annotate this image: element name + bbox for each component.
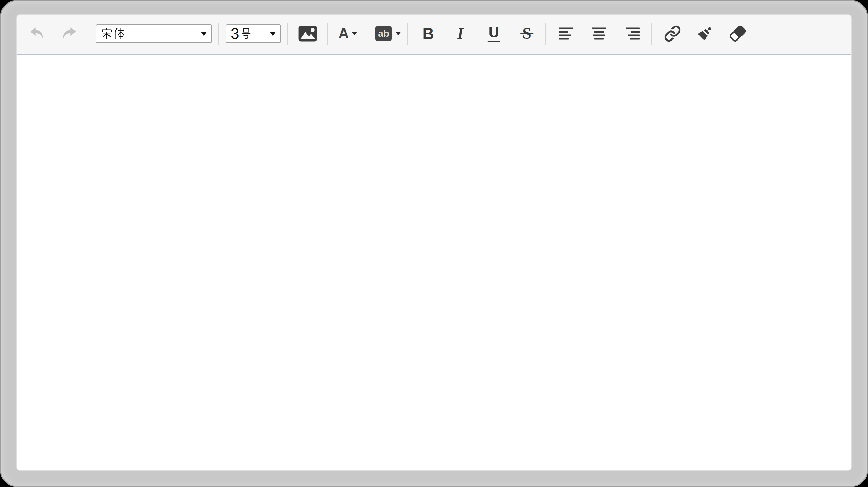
editor-content[interactable] [17,55,851,470]
insert-link-button[interactable] [664,25,681,42]
strikethrough-label: S [522,26,531,42]
align-center-button[interactable] [592,28,606,40]
image-icon [298,25,318,42]
editor-toolbar: 宋体 3 [17,15,851,55]
toolbar-divider [651,23,652,45]
font-color-label: A [338,25,349,42]
caret-down-icon [352,32,357,35]
caret-down-icon [201,32,207,36]
toolbar-divider [218,23,219,45]
align-left-button[interactable] [559,28,573,40]
font-size-digit: 3 [231,26,240,42]
format-brush-button[interactable] [695,24,714,43]
eraser-icon [728,25,747,42]
align-right-button[interactable] [626,28,640,40]
bold-label: B [422,24,434,43]
underline-button[interactable]: U [488,25,500,42]
align-right-icon [626,28,640,40]
toolbar-divider [545,23,546,45]
clear-format-button[interactable] [728,25,747,42]
highlight-color-button[interactable]: ab [375,26,401,41]
hanzi-song-glyph [101,28,112,39]
toolbar-divider [327,23,328,45]
highlight-label: ab [378,29,389,38]
format-brush-icon [695,24,714,43]
redo-button[interactable] [61,27,77,40]
insert-image-button[interactable] [298,25,318,42]
underline-label: U [488,25,500,42]
hanzi-hao-glyph [241,28,251,39]
hanzi-ti-glyph [114,28,125,39]
font-family-select[interactable]: 宋体 [96,24,212,43]
highlight-badge: ab [375,26,392,41]
align-left-icon [559,28,573,40]
toolbar-divider [287,23,288,45]
undo-icon [29,27,45,40]
rich-text-editor: 宋体 3 [16,14,852,471]
font-size-select[interactable]: 3 [226,24,281,43]
screenshot-canvas: 宋体 3 [0,0,868,487]
font-color-button[interactable]: A [338,25,357,42]
toolbar-divider [89,23,89,45]
link-icon [664,25,681,42]
caret-down-icon [396,32,401,35]
toolbar-divider [407,23,408,45]
strike-bar [520,33,533,34]
italic-button[interactable]: I [457,25,465,43]
toolbar-divider [367,23,367,45]
bold-button[interactable]: B [422,24,434,43]
redo-icon [61,27,77,40]
align-center-icon [592,28,606,40]
caret-down-icon [270,32,276,36]
italic-label: I [457,25,465,43]
window-frame: 宋体 3 [0,0,868,487]
undo-button[interactable] [29,27,45,40]
strikethrough-button[interactable]: S [522,26,531,42]
